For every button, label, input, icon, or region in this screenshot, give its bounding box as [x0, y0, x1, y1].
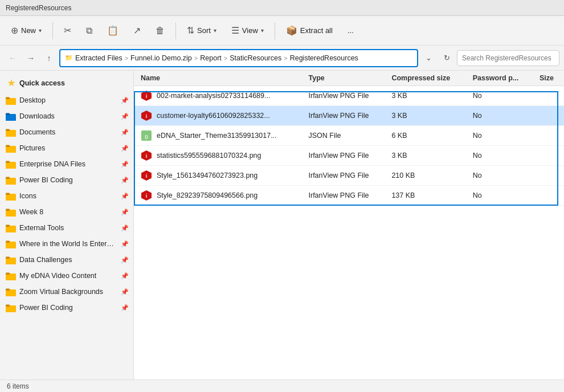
copy-button[interactable]: ⧉: [80, 22, 99, 40]
status-bar: 6 items: [0, 379, 564, 392]
breadcrumb-zip[interactable]: Funnel.io Demo.zip: [130, 54, 192, 62]
share-button[interactable]: ↗: [127, 21, 147, 40]
sidebar-item-where-in-world[interactable]: Where in the World Is Enterpr…📌: [0, 236, 133, 252]
sep-2: >: [194, 55, 198, 62]
table-row[interactable]: i 002-market-analysis02733114689...Irfan…: [134, 86, 564, 106]
forward-button[interactable]: →: [23, 50, 39, 66]
cut-button[interactable]: ✂: [58, 21, 77, 40]
sidebar-item-my-edna-video[interactable]: My eDNA Video Content📌: [0, 268, 133, 284]
pin-icon-external-tools: 📌: [121, 224, 129, 232]
svg-text:i: i: [146, 193, 148, 199]
pin-icon-enterprise-dna: 📌: [121, 161, 129, 168]
sidebar-item-desktop[interactable]: Desktop📌: [0, 92, 133, 108]
sidebar-item-zoom-backgrounds[interactable]: Zoom Virtual Backgrounds📌: [0, 284, 133, 300]
file-table-header: Name Type Compressed size Password p... …: [134, 71, 564, 86]
col-compressed: Compressed size: [385, 71, 465, 86]
sidebar-icon-data-challenges: [6, 255, 16, 265]
item-count: 6 items: [7, 382, 29, 390]
new-button[interactable]: ⊕ New ▾: [5, 21, 48, 40]
sidebar-item-downloads[interactable]: Downloads📌: [0, 108, 133, 124]
table-row[interactable]: i Style_15613494760273923.pngIrfanView P…: [134, 166, 564, 186]
sidebar-label-where-in-world: Where in the World Is Enterpr…: [19, 240, 117, 248]
sidebar-item-pictures[interactable]: Pictures📌: [0, 140, 133, 156]
breadcrumb-extracted[interactable]: Extracted Files: [75, 54, 122, 62]
pin-icon-desktop: 📌: [121, 97, 129, 104]
paste-button[interactable]: 📋: [101, 21, 125, 40]
extract-button[interactable]: 📦 Extract all: [280, 21, 339, 40]
search-input[interactable]: [457, 50, 559, 66]
file-name-cell: i 002-market-analysis02733114689...: [134, 86, 302, 106]
file-compressed-size: 3 KB: [385, 146, 465, 166]
sidebar-item-documents[interactable]: Documents📌: [0, 124, 133, 140]
pin-icon-documents: 📌: [121, 129, 129, 136]
pin-icon-my-edna-video: 📌: [121, 272, 129, 280]
breadcrumb-report[interactable]: Report: [200, 54, 222, 62]
breadcrumb-bar[interactable]: 📁 Extracted Files > Funnel.io Demo.zip >…: [59, 49, 418, 67]
file-type: JSON File: [302, 126, 385, 146]
sidebar-item-power-bi-coding[interactable]: Power BI Coding📌: [0, 172, 133, 188]
svg-rect-17: [6, 177, 10, 179]
pin-icon-zoom-backgrounds: 📌: [121, 288, 129, 296]
col-type: Type: [302, 71, 385, 86]
sidebar-label-zoom-backgrounds: Zoom Virtual Backgrounds: [19, 288, 117, 296]
view-button[interactable]: ☰ View ▾: [225, 21, 270, 40]
refresh-button[interactable]: ↻: [439, 50, 455, 66]
up-button[interactable]: ↑: [41, 50, 57, 66]
sidebar-icon-zoom-backgrounds: [6, 287, 16, 297]
view-chevron-icon: ▾: [261, 27, 264, 34]
nav-right: ⌄ ↻: [420, 50, 559, 66]
sidebar-label-documents: Documents: [19, 128, 117, 136]
delete-icon: 🗑: [156, 26, 165, 36]
separator-3: [275, 22, 275, 39]
back-button[interactable]: ←: [5, 50, 21, 66]
file-size: [533, 186, 564, 206]
svg-rect-26: [6, 224, 10, 227]
svg-rect-41: [6, 304, 10, 307]
table-row[interactable]: i statistics5955596881070324.pngIrfanVie…: [134, 146, 564, 166]
sidebar-icon-icons: [6, 191, 16, 201]
sidebar-icon-where-in-world: [6, 239, 16, 249]
sort-button[interactable]: ⇅ Sort ▾: [181, 21, 223, 40]
sidebar-item-external-tools[interactable]: External Tools📌: [0, 220, 133, 236]
sidebar-icon-week8: [6, 207, 16, 217]
quick-access-header[interactable]: ★ Quick access: [0, 75, 133, 91]
sidebar-item-enterprise-dna[interactable]: Enterprise DNA Files📌: [0, 156, 133, 172]
file-size: [533, 126, 564, 146]
separator-1: [52, 22, 53, 39]
pin-icon-icons: 📌: [121, 193, 129, 200]
file-type: IrfanView PNG File: [302, 166, 385, 186]
dropdown-button[interactable]: ⌄: [420, 50, 436, 66]
cut-icon: ✂: [64, 25, 71, 36]
breadcrumb-home-icon: 📁: [65, 54, 73, 62]
breadcrumb-static[interactable]: StaticResources: [230, 54, 281, 62]
table-row[interactable]: i Style_82923975809496566.pngIrfanView P…: [134, 186, 564, 206]
sidebar-icon-my-edna-video: [6, 271, 16, 281]
quick-access-star-icon: ★: [6, 78, 16, 88]
file-name-cell: i Style_82923975809496566.png: [134, 186, 302, 206]
pin-icon-pictures: 📌: [121, 145, 129, 152]
sidebar-icon-downloads: [6, 111, 16, 121]
table-row[interactable]: {} eDNA_Starter_Theme31359913017...JSON …: [134, 126, 564, 146]
file-compressed-size: 137 KB: [385, 186, 465, 206]
file-size: [533, 86, 564, 106]
svg-rect-5: [6, 113, 10, 115]
pin-icon-where-in-world: 📌: [121, 240, 129, 248]
sidebar-item-week8[interactable]: Week 8📌: [0, 204, 133, 220]
more-button[interactable]: ...: [341, 22, 360, 39]
file-icon: i: [141, 170, 152, 181]
sidebar-item-power-bi-coding2[interactable]: Power BI Coding📌: [0, 300, 133, 316]
svg-rect-29: [6, 240, 10, 243]
table-row[interactable]: i customer-loyalty66106092825332...Irfan…: [134, 106, 564, 126]
delete-button[interactable]: 🗑: [149, 22, 171, 40]
svg-text:i: i: [146, 93, 148, 99]
title-bar: RegisteredResources: [0, 0, 564, 16]
sidebar-icon-desktop: [6, 95, 16, 105]
file-name: Style_82923975809496566.png: [157, 191, 258, 199]
svg-text:i: i: [146, 173, 148, 179]
file-name-cell: i customer-loyalty66106092825332...: [134, 106, 302, 126]
breadcrumb-registered[interactable]: RegisteredResources: [290, 54, 358, 62]
file-name: customer-loyalty66106092825332...: [157, 112, 270, 120]
sidebar-item-data-challenges[interactable]: Data Challenges📌: [0, 252, 133, 268]
sidebar-item-icons[interactable]: Icons📌: [0, 188, 133, 204]
extract-icon: 📦: [286, 25, 297, 36]
